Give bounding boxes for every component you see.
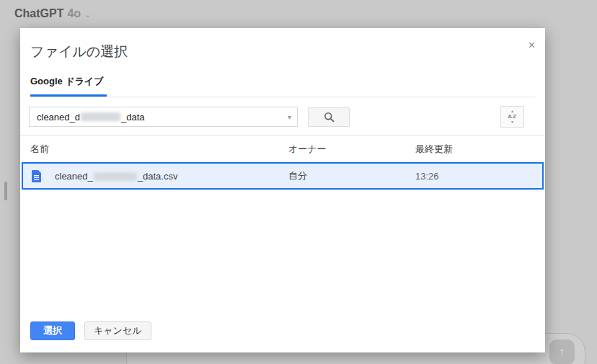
dialog-header: ファイルの選択 × Google ドライブ [20, 28, 545, 97]
tab-google-drive[interactable]: Google ドライブ [30, 75, 107, 97]
combobox-caret-icon[interactable]: ▾ [288, 113, 291, 121]
search-icon [324, 112, 335, 123]
redacted-text [94, 172, 137, 181]
arrow-up-icon: ↑ [559, 345, 566, 360]
file-picker-dialog: ファイルの選択 × Google ドライブ cleaned_d_data ▾ ▲… [20, 28, 545, 352]
cancel-button[interactable]: キャンセル [84, 321, 151, 340]
send-button[interactable]: ↑ [549, 339, 575, 364]
column-header-owner[interactable]: オーナー [288, 143, 415, 156]
close-icon: × [529, 39, 535, 51]
close-button[interactable]: × [526, 38, 538, 53]
table-header: 名前 オーナー 最終更新 [20, 136, 545, 162]
dialog-footer: 選択 キャンセル [20, 321, 545, 352]
redacted-text [81, 112, 120, 121]
search-toolbar: cleaned_d_data ▾ ▲ AZ ▼ [20, 97, 545, 136]
model-version: 4o [67, 7, 81, 20]
chevron-down-icon: ⌄ [84, 10, 91, 19]
file-name-suffix: _data.csv [138, 171, 178, 182]
sort-down-icon: ▼ [510, 120, 514, 124]
empty-file-list-area [20, 190, 545, 321]
search-input[interactable]: cleaned_d_data ▾ [29, 107, 298, 127]
app-title: ChatGPT [14, 7, 63, 20]
file-modified-time: 13:26 [415, 171, 534, 182]
dialog-title: ファイルの選択 [30, 38, 535, 61]
file-name-cell: cleaned__data.csv [32, 170, 288, 182]
column-header-name[interactable]: 名前 [30, 143, 288, 156]
column-header-modified[interactable]: 最終更新 [415, 143, 535, 156]
search-value-prefix: cleaned_d [37, 112, 80, 123]
tab-bar: Google ドライブ [30, 74, 535, 97]
table-row[interactable]: cleaned__data.csv 自分 13:26 [22, 162, 544, 190]
search-value-suffix: _data [121, 112, 145, 123]
sort-button[interactable]: ▲ AZ ▼ [500, 106, 524, 128]
model-switcher[interactable]: ChatGPT 4o ⌄ [14, 7, 91, 20]
file-owner: 自分 [288, 169, 415, 182]
sort-az-icon: AZ [508, 114, 517, 120]
sidebar-toggle-handle[interactable] [4, 182, 7, 200]
file-name-prefix: cleaned_ [55, 171, 93, 182]
file-name: cleaned__data.csv [55, 171, 177, 182]
select-button[interactable]: 選択 [30, 321, 75, 340]
csv-file-icon [32, 170, 41, 182]
search-button[interactable] [308, 107, 350, 127]
